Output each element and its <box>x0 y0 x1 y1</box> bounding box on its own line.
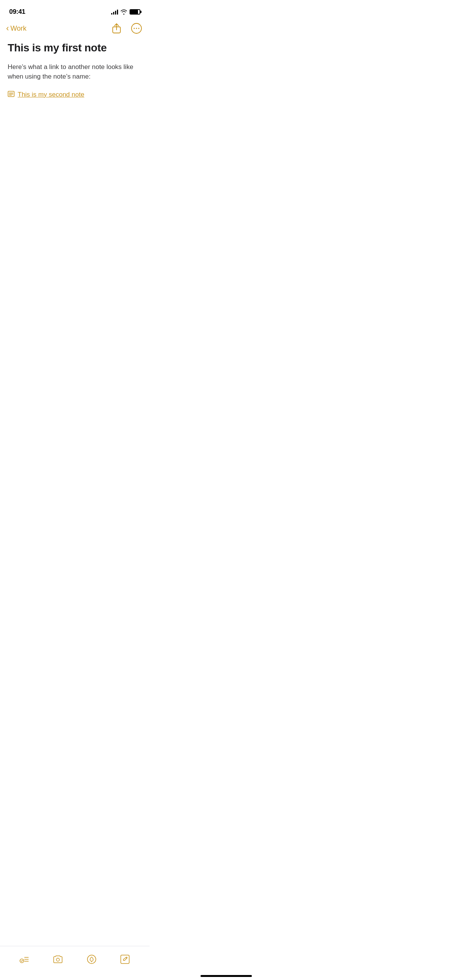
share-button[interactable] <box>110 21 123 35</box>
nav-bar: ‹ Work <box>0 18 150 38</box>
signal-icon <box>111 9 118 15</box>
status-icons <box>111 9 140 15</box>
note-content: This is my first note Here’s what a link… <box>0 38 150 106</box>
svg-point-3 <box>136 28 137 29</box>
svg-point-2 <box>134 28 135 29</box>
share-icon <box>112 23 122 34</box>
back-chevron-icon: ‹ <box>6 24 9 33</box>
back-button[interactable]: ‹ Work <box>6 24 26 33</box>
status-bar: 09:41 <box>0 0 150 18</box>
note-body: Here’s what a link to another note looks… <box>8 62 142 82</box>
second-note-link[interactable]: This is my second note <box>18 91 84 99</box>
back-label: Work <box>10 25 26 33</box>
nav-right-actions <box>110 21 143 35</box>
more-options-button[interactable] <box>130 21 143 35</box>
svg-point-4 <box>138 28 140 29</box>
wifi-icon <box>120 9 127 15</box>
note-link-icon <box>8 91 15 99</box>
more-icon <box>131 23 142 34</box>
note-title: This is my first note <box>8 41 142 54</box>
status-time: 09:41 <box>9 8 25 16</box>
battery-icon <box>130 9 140 15</box>
note-link-container: This is my second note <box>8 91 142 99</box>
note-reference-icon <box>8 91 15 97</box>
